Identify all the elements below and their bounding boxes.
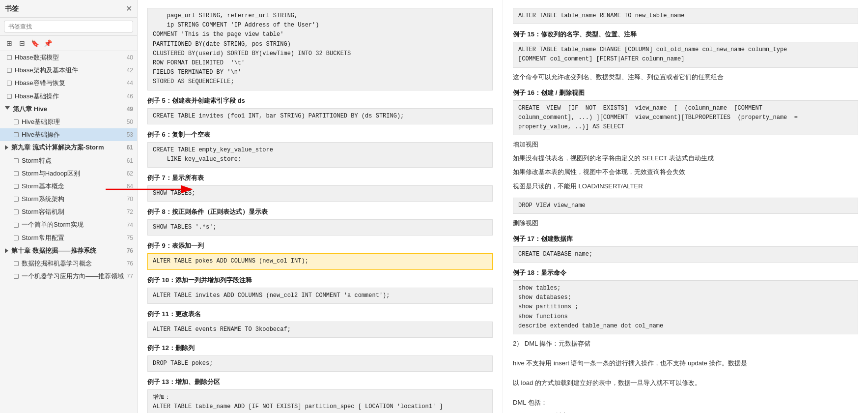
bookmark-icon xyxy=(7,55,12,60)
sidebar-item-label: 第十章 数据挖掘——推荐系统 xyxy=(11,246,125,255)
bookmark-icon xyxy=(14,197,19,202)
sidebar-item-label: Hbase数据模型 xyxy=(15,53,125,62)
sidebar-item-hbase-data-model[interactable]: Hbase数据模型40 xyxy=(0,51,137,64)
sidebar-item-storm-arch[interactable]: Storm系统架构70 xyxy=(0,193,137,206)
chapter-triangle-icon xyxy=(5,106,10,112)
sidebar-item-label: Hive基础原理 xyxy=(22,118,125,126)
code-block: ALTER TABLE events RENAME TO 3koobecaf; xyxy=(147,322,493,338)
code-block: CREATE TABLE invites (foo1 INT, bar STRI… xyxy=(147,108,493,124)
content-right: ALTER TABLE table_name RENAME TO new_tab… xyxy=(503,0,868,413)
example-title: 例子 18：显示命令 xyxy=(513,268,858,277)
code-block: ALTER TABLE pokes ADD COLUMNS (new_col I… xyxy=(147,253,493,269)
main-content: page_url STRING, referrer_url STRING, ip… xyxy=(138,0,868,413)
sidebar-item-label: Storm与Hadoop区别 xyxy=(22,169,125,178)
sidebar-item-label: Hbase基础操作 xyxy=(15,92,125,101)
example-title: 例子 10：添加一列并增加列字段注释 xyxy=(147,276,493,285)
search-input[interactable] xyxy=(4,21,133,32)
toolbar-btn-4[interactable]: 📌 xyxy=(42,38,53,49)
bookmark-icon xyxy=(7,94,12,99)
sidebar-item-ml-direction[interactable]: 一个机器学习应用方向——推荐领域77 xyxy=(0,270,137,283)
example-title: 例子 16：创建 / 删除视图 xyxy=(513,88,858,97)
sidebar-item-label: Storm系统架构 xyxy=(22,195,125,204)
sidebar-item-label: 一个简单的Storm实现 xyxy=(22,220,125,229)
sidebar-item-page: 75 xyxy=(127,235,133,241)
example-title: 例子 13：增加、删除分区 xyxy=(147,378,493,386)
sidebar-item-storm-hadoop[interactable]: Storm与Hadoop区别62 xyxy=(0,167,137,180)
section-text: 以 load 的方式加载到建立好的表中，数据一旦导入就不可以修改。 xyxy=(513,378,858,388)
bookmark-icon xyxy=(14,184,19,189)
sidebar-item-label: Hive基础操作 xyxy=(22,130,125,139)
toolbar-btn-3[interactable]: 🔖 xyxy=(29,38,40,49)
bookmark-icon xyxy=(14,171,19,176)
section-text: 如果修改基本表的属性，视图中不会体现，无效查询将会失效 xyxy=(513,167,858,177)
sidebar-item-page: 46 xyxy=(127,93,133,100)
section-text: 删除视图 xyxy=(513,218,858,229)
sidebar-header: 书签 ✕ xyxy=(0,0,137,18)
code-block: SHOW TABLES; xyxy=(147,185,493,202)
sidebar-item-ch8-hive[interactable]: 第八章 Hive49 xyxy=(0,103,137,116)
example-title: 例子 17：创建数据库 xyxy=(513,235,858,243)
chapter-triangle-icon xyxy=(5,248,8,253)
sidebar-item-hive-basics[interactable]: Hive基础原理50 xyxy=(0,116,137,128)
code-block: ALTER TABLE table_name CHANGE [COLUMN] c… xyxy=(513,42,858,67)
sidebar-item-label: 一个机器学习应用方向——推荐领域 xyxy=(22,272,125,281)
bookmark-icon xyxy=(14,274,19,279)
section-text: hive 不支持用 insert 语句一条一条的进行插入操作，也不支持 upda… xyxy=(513,358,858,369)
sidebar-item-storm-config[interactable]: Storm常用配置75 xyxy=(0,232,137,244)
sidebar-item-hbase-arch[interactable]: Hbase架构及基本组件42 xyxy=(0,64,137,77)
sidebar-search-container xyxy=(0,18,137,36)
sidebar-item-storm-features[interactable]: Storm特点61 xyxy=(0,154,137,167)
code-block: DROP VIEW view_name xyxy=(513,198,858,214)
sidebar-item-label: Storm特点 xyxy=(22,156,125,165)
sidebar-item-page: 42 xyxy=(127,67,133,74)
toolbar-btn-1[interactable]: ⊞ xyxy=(4,38,15,49)
sidebar-item-page: 62 xyxy=(127,170,133,177)
close-icon[interactable]: ✕ xyxy=(126,4,132,13)
section-text: DML 包括： xyxy=(513,397,858,408)
bookmark-icon xyxy=(14,132,19,137)
sidebar-item-storm-fault[interactable]: Storm容错机制72 xyxy=(0,206,137,218)
sidebar-item-page: 76 xyxy=(127,247,133,254)
sidebar-item-page: 40 xyxy=(127,54,133,61)
sidebar-title: 书签 xyxy=(5,4,19,13)
toolbar-btn-2[interactable]: ⊟ xyxy=(17,38,28,49)
section-text: 这个命令可以允许改变列名、数据类型、注释、列位置或者它们的任意组合 xyxy=(513,72,858,83)
sidebar-item-label: 第八章 Hive xyxy=(13,105,125,114)
sidebar-item-page: 70 xyxy=(127,196,133,203)
example-title: 例子 15：修改列的名字、类型、位置、注释 xyxy=(513,30,858,39)
code-block: ALTER TABLE table_name RENAME TO new_tab… xyxy=(513,8,858,24)
code-block: show tables; show databases; show partit… xyxy=(513,280,858,334)
bookmark-icon xyxy=(7,68,12,73)
sidebar-item-page: 74 xyxy=(127,222,133,229)
sidebar-item-ch10-mining[interactable]: 第十章 数据挖掘——推荐系统76 xyxy=(0,244,137,257)
code-block: CREATE DATABASE name; xyxy=(513,246,858,263)
code-block: ALTER TABLE invites ADD COLUMNS (new_col… xyxy=(147,288,493,304)
sidebar: 书签 ✕ ⊞ ⊟ 🔖 📌 Hbase数据模型40Hbase架构及基本组件42Hb… xyxy=(0,0,138,413)
sidebar-item-storm-impl[interactable]: 一个简单的Storm实现74 xyxy=(0,218,137,231)
sidebar-item-page: 76 xyxy=(127,260,133,267)
sidebar-item-ch9-storm[interactable]: 第九章 流式计算解决方案-Storm61 xyxy=(0,141,137,154)
example-title: 例子 5：创建表并创建索引字段 ds xyxy=(147,96,493,105)
bookmark-icon xyxy=(14,209,19,214)
sidebar-item-hbase-ops[interactable]: Hbase基础操作46 xyxy=(0,90,137,103)
sidebar-item-storm-basic[interactable]: Storm基本概念64 xyxy=(0,180,137,193)
example-title: 例子 12：删除列 xyxy=(147,344,493,353)
code-block: page_url STRING, referrer_url STRING, ip… xyxy=(147,8,493,90)
example-title: 例子 7：显示所有表 xyxy=(147,174,493,182)
sidebar-item-page: 50 xyxy=(127,118,133,125)
spacer xyxy=(513,391,858,394)
sidebar-item-hive-ops[interactable]: Hive基础操作53 xyxy=(0,128,137,141)
code-block: CREATE TABLE empty_key_value_store LIKE … xyxy=(147,142,493,168)
code-block: DROP TABLE pokes; xyxy=(147,355,493,372)
sidebar-item-page: 72 xyxy=(127,208,133,215)
sidebar-items-list: Hbase数据模型40Hbase架构及基本组件42Hbase容错与恢复44Hba… xyxy=(0,51,137,413)
sidebar-item-label: Storm基本概念 xyxy=(22,182,125,191)
example-title: 例子 6：复制一个空表 xyxy=(147,130,493,139)
bullet-item: INSERT 插入 xyxy=(523,411,858,413)
bookmark-icon xyxy=(14,119,19,124)
example-title: 例子 9：表添加一列 xyxy=(147,241,493,250)
bookmark-icon xyxy=(14,158,19,163)
code-block: 增加： ALTER TABLE table_name ADD [IF NOT E… xyxy=(147,389,493,413)
sidebar-item-mining-ml[interactable]: 数据挖掘和机器学习概念76 xyxy=(0,257,137,270)
sidebar-item-hbase-backup[interactable]: Hbase容错与恢复44 xyxy=(0,77,137,89)
